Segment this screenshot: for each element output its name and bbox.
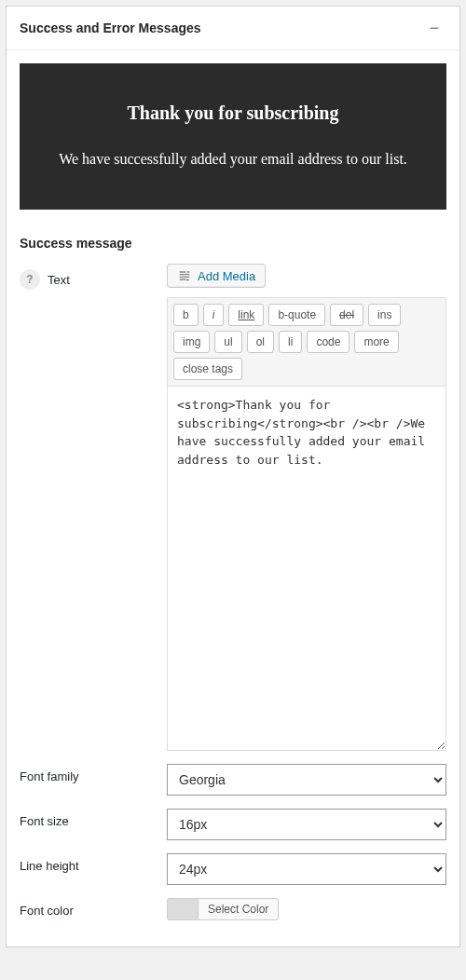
media-icon — [177, 268, 192, 283]
btn-link[interactable]: link — [228, 304, 264, 326]
font-size-select[interactable]: 16px — [167, 809, 446, 840]
panel-body: Thank you for subscribing We have succes… — [7, 50, 459, 946]
row-font-family: Font family Georgia — [20, 764, 446, 796]
color-swatch[interactable] — [167, 898, 199, 920]
preview-title: Thank you for subscribing — [38, 102, 428, 124]
preview-subtitle: We have successfully added your email ad… — [38, 148, 428, 170]
select-color-button[interactable]: Select Color — [199, 898, 279, 920]
font-size-label: Font size — [20, 814, 69, 828]
btn-more[interactable]: more — [354, 331, 398, 353]
field-col: Add Media b i link b-quote del ins img u… — [167, 264, 446, 751]
add-media-label: Add Media — [198, 269, 255, 283]
font-family-label: Font family — [20, 769, 79, 783]
label-col: ? Text — [20, 264, 167, 290]
btn-bold[interactable]: b — [173, 304, 199, 326]
btn-bquote[interactable]: b-quote — [268, 304, 325, 326]
btn-ins[interactable]: ins — [368, 304, 401, 326]
btn-italic[interactable]: i — [203, 304, 225, 326]
help-icon[interactable]: ? — [20, 269, 40, 290]
btn-close-tags[interactable]: close tags — [173, 358, 242, 380]
btn-li[interactable]: li — [279, 331, 302, 353]
add-media-button[interactable]: Add Media — [167, 264, 266, 288]
btn-img[interactable]: img — [173, 331, 210, 353]
collapse-button[interactable]: − — [422, 16, 446, 40]
editor-textarea[interactable] — [168, 387, 445, 750]
btn-ol[interactable]: ol — [247, 331, 274, 353]
line-height-label: Line height — [20, 859, 79, 873]
btn-del[interactable]: del — [330, 304, 363, 326]
btn-ul[interactable]: ul — [214, 331, 241, 353]
btn-code[interactable]: code — [307, 331, 350, 353]
editor-toolbar: b i link b-quote del ins img ul ol li co… — [168, 298, 445, 387]
row-text: ? Text Add Media b i link b-quote del in… — [20, 264, 446, 751]
settings-panel: Success and Error Messages − Thank you f… — [6, 6, 460, 947]
text-label: Text — [48, 273, 70, 287]
panel-title: Success and Error Messages — [20, 20, 201, 35]
editor-wrap: b i link b-quote del ins img ul ol li co… — [167, 297, 446, 751]
font-family-select[interactable]: Georgia — [167, 764, 446, 796]
preview-box: Thank you for subscribing We have succes… — [20, 63, 446, 210]
font-color-label: Font color — [20, 904, 74, 918]
row-font-size: Font size 16px — [20, 809, 446, 840]
row-line-height: Line height 24px — [20, 853, 446, 885]
panel-header: Success and Error Messages − — [7, 7, 459, 50]
line-height-select[interactable]: 24px — [167, 853, 446, 885]
row-font-color: Font color Select Color — [20, 898, 446, 920]
section-heading: Success message — [20, 236, 446, 251]
